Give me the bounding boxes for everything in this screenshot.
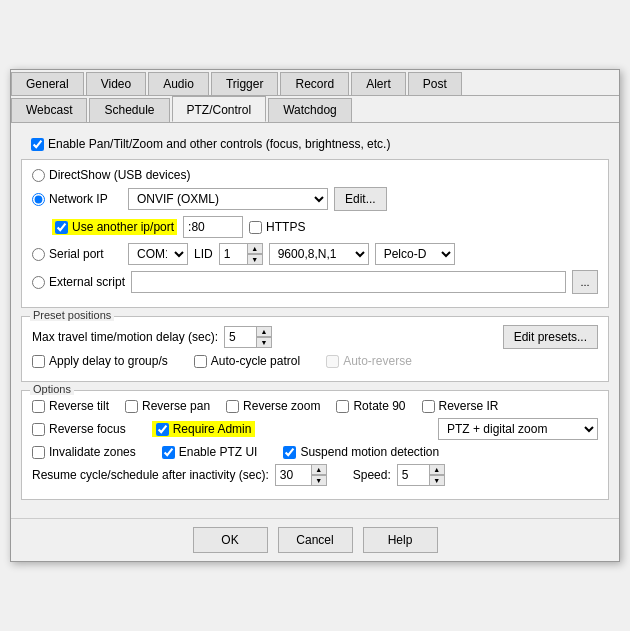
tab-audio[interactable]: Audio (148, 72, 209, 95)
tab-video[interactable]: Video (86, 72, 146, 95)
external-browse-button[interactable]: ... (572, 270, 598, 294)
lid-spinner[interactable]: ▲ ▼ (219, 243, 263, 265)
resume-input[interactable] (275, 464, 311, 486)
footer: OK Cancel Help (11, 518, 619, 561)
external-row: External script ... (32, 270, 598, 294)
max-travel-input[interactable] (224, 326, 256, 348)
require-admin-text: Require Admin (173, 422, 252, 436)
protocol-select[interactable]: ONVIF (OXML) (128, 188, 328, 210)
edit-button[interactable]: Edit... (334, 187, 387, 211)
port-input[interactable]: :80 (183, 216, 243, 238)
ok-button[interactable]: OK (193, 527, 268, 553)
tab-watchdog[interactable]: Watchdog (268, 98, 352, 122)
enable-ptz-text: Enable Pan/Tilt/Zoom and other controls … (48, 137, 390, 151)
enable-ptz-ui-label[interactable]: Enable PTZ UI (162, 445, 258, 459)
use-another-checkbox[interactable] (55, 221, 68, 234)
tab-record[interactable]: Record (280, 72, 349, 95)
auto-cycle-label[interactable]: Auto-cycle patrol (194, 354, 300, 368)
enable-ptz-label[interactable]: Enable Pan/Tilt/Zoom and other controls … (31, 137, 599, 151)
https-text: HTTPS (266, 220, 305, 234)
directshow-label[interactable]: DirectShow (USB devices) (32, 168, 190, 182)
tab-schedule[interactable]: Schedule (89, 98, 169, 122)
reverse-pan-text: Reverse pan (142, 399, 210, 413)
reverse-focus-checkbox[interactable] (32, 423, 45, 436)
help-button[interactable]: Help (363, 527, 438, 553)
serial-radio[interactable] (32, 248, 45, 261)
options-row4: Resume cycle/schedule after inactivity (… (32, 464, 598, 486)
use-another-text: Use another ip/port (72, 220, 174, 234)
rotate90-label[interactable]: Rotate 90 (336, 399, 405, 413)
reverse-pan-checkbox[interactable] (125, 400, 138, 413)
tab-ptzcontrol[interactable]: PTZ/Control (172, 96, 267, 122)
external-radio[interactable] (32, 276, 45, 289)
reverse-focus-label[interactable]: Reverse focus (32, 422, 126, 436)
speed-down[interactable]: ▼ (429, 475, 445, 486)
require-admin-label[interactable]: Require Admin (152, 421, 256, 437)
tab-trigger[interactable]: Trigger (211, 72, 279, 95)
auto-reverse-label: Auto-reverse (326, 354, 412, 368)
max-travel-up[interactable]: ▲ (256, 326, 272, 337)
https-label[interactable]: HTTPS (249, 220, 305, 234)
external-label[interactable]: External script (32, 275, 125, 289)
reverse-zoom-label[interactable]: Reverse zoom (226, 399, 320, 413)
networkip-text: Network IP (49, 192, 108, 206)
speed-spinner[interactable]: ▲ ▼ (397, 464, 445, 486)
lid-up[interactable]: ▲ (247, 243, 263, 254)
rotate90-checkbox[interactable] (336, 400, 349, 413)
suspend-motion-label[interactable]: Suspend motion detection (283, 445, 439, 459)
cancel-button[interactable]: Cancel (278, 527, 353, 553)
enable-ptz-section: Enable Pan/Tilt/Zoom and other controls … (21, 129, 609, 155)
protocol-serial-select[interactable]: Pelco-D (375, 243, 455, 265)
preset-options-row: Apply delay to group/s Auto-cycle patrol… (32, 354, 598, 368)
invalidate-zones-checkbox[interactable] (32, 446, 45, 459)
reverse-tilt-label[interactable]: Reverse tilt (32, 399, 109, 413)
suspend-motion-text: Suspend motion detection (300, 445, 439, 459)
enable-ptz-ui-checkbox[interactable] (162, 446, 175, 459)
speed-up[interactable]: ▲ (429, 464, 445, 475)
main-content: Enable Pan/Tilt/Zoom and other controls … (11, 123, 619, 518)
max-travel-down[interactable]: ▼ (256, 337, 272, 348)
lid-down[interactable]: ▼ (247, 254, 263, 265)
tab-row-1: General Video Audio Trigger Record Alert… (11, 70, 619, 96)
max-travel-spinner[interactable]: ▲ ▼ (224, 326, 272, 348)
source-section: DirectShow (USB devices) Network IP ONVI… (21, 159, 609, 308)
apply-delay-label[interactable]: Apply delay to group/s (32, 354, 168, 368)
zoom-mode-select[interactable]: PTZ + digital zoom (438, 418, 598, 440)
com-select[interactable]: COM1 (128, 243, 188, 265)
edit-presets-button[interactable]: Edit presets... (503, 325, 598, 349)
reverse-tilt-checkbox[interactable] (32, 400, 45, 413)
https-checkbox[interactable] (249, 221, 262, 234)
lid-input[interactable] (219, 243, 247, 265)
speed-input[interactable] (397, 464, 429, 486)
reverse-zoom-checkbox[interactable] (226, 400, 239, 413)
use-another-label[interactable]: Use another ip/port (52, 219, 177, 235)
reverse-zoom-text: Reverse zoom (243, 399, 320, 413)
tab-alert[interactable]: Alert (351, 72, 406, 95)
resume-down[interactable]: ▼ (311, 475, 327, 486)
networkip-label[interactable]: Network IP (32, 192, 122, 206)
reverse-ir-checkbox[interactable] (422, 400, 435, 413)
options-row1: Reverse tilt Reverse pan Reverse zoom Ro… (32, 399, 598, 413)
tab-general[interactable]: General (11, 72, 84, 95)
directshow-radio[interactable] (32, 169, 45, 182)
baud-select[interactable]: 9600,8,N,1 (269, 243, 369, 265)
max-travel-row: Max travel time/motion delay (sec): ▲ ▼ … (32, 325, 598, 349)
resume-spinner[interactable]: ▲ ▼ (275, 464, 327, 486)
reverse-pan-label[interactable]: Reverse pan (125, 399, 210, 413)
serial-row: Serial port COM1 LID ▲ ▼ 9600,8,N,1 (32, 243, 598, 265)
tab-webcast[interactable]: Webcast (11, 98, 87, 122)
auto-cycle-checkbox[interactable] (194, 355, 207, 368)
require-admin-checkbox[interactable] (156, 423, 169, 436)
tab-post[interactable]: Post (408, 72, 462, 95)
apply-delay-checkbox[interactable] (32, 355, 45, 368)
reverse-ir-label[interactable]: Reverse IR (422, 399, 499, 413)
rotate90-text: Rotate 90 (353, 399, 405, 413)
resume-up[interactable]: ▲ (311, 464, 327, 475)
external-input[interactable] (131, 271, 566, 293)
serial-label[interactable]: Serial port (32, 247, 122, 261)
options-section: Options Reverse tilt Reverse pan Reverse… (21, 390, 609, 500)
networkip-radio[interactable] (32, 193, 45, 206)
suspend-motion-checkbox[interactable] (283, 446, 296, 459)
enable-ptz-checkbox[interactable] (31, 138, 44, 151)
invalidate-zones-label[interactable]: Invalidate zones (32, 445, 136, 459)
